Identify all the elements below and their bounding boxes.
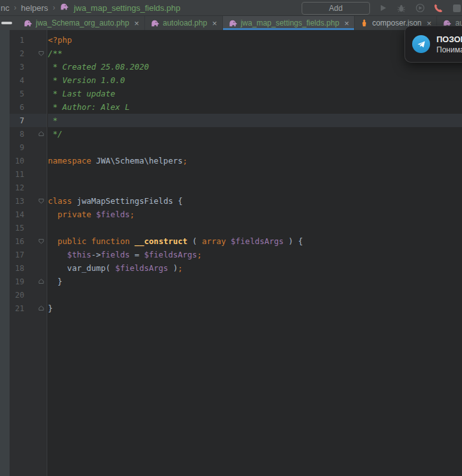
line-number: 12 bbox=[10, 183, 24, 192]
line-number: 4 bbox=[10, 76, 24, 85]
code-line[interactable]: <?php bbox=[48, 33, 462, 47]
tool-window-stripe[interactable] bbox=[0, 30, 10, 476]
code-token: ; bbox=[178, 263, 183, 273]
code-line[interactable]: $this->fields = $fieldsArgs; bbox=[48, 248, 462, 261]
code-line[interactable] bbox=[48, 181, 462, 194]
line-number: 17 bbox=[10, 250, 24, 259]
code-token: ) bbox=[168, 263, 178, 273]
fold-start-icon[interactable] bbox=[38, 197, 45, 204]
code-line[interactable]: /** bbox=[48, 47, 462, 60]
code-line[interactable] bbox=[48, 167, 462, 181]
phone-icon[interactable] bbox=[433, 3, 443, 13]
line-number: 5 bbox=[10, 89, 24, 98]
breadcrumb-item[interactable]: helpers bbox=[21, 3, 49, 13]
php-file-icon bbox=[23, 19, 33, 28]
code-token bbox=[226, 236, 231, 246]
fold-end-icon[interactable] bbox=[38, 278, 45, 285]
line-number: 15 bbox=[10, 224, 24, 233]
line-number: 9 bbox=[10, 143, 24, 152]
code-token: /** bbox=[48, 49, 63, 58]
code-line[interactable]: * Created 25.08.2020 bbox=[48, 60, 462, 73]
partial-toolbar-icon[interactable] bbox=[452, 3, 462, 13]
line-number: 21 bbox=[10, 304, 24, 313]
tab-label: jwa_map_settings_fields.php bbox=[241, 19, 339, 27]
close-icon[interactable]: × bbox=[134, 19, 139, 27]
editor[interactable]: 123456789101112131415161718192021 <?php/… bbox=[0, 30, 462, 476]
add-configuration-button[interactable]: Add Configuration... bbox=[302, 2, 370, 15]
code-line[interactable] bbox=[48, 288, 462, 302]
code-area[interactable]: <?php/** * Created 25.08.2020 * Version … bbox=[48, 30, 462, 476]
fold-end-icon[interactable] bbox=[38, 305, 45, 312]
breadcrumb-item[interactable]: nc bbox=[1, 3, 10, 13]
code-token: private bbox=[58, 210, 91, 219]
close-icon[interactable]: × bbox=[344, 19, 350, 27]
code-token: * Last update bbox=[48, 89, 115, 98]
line-number: 16 bbox=[10, 237, 24, 246]
breadcrumb-file[interactable]: jwa_map_settings_fields.php bbox=[73, 3, 180, 13]
code-line[interactable]: class jwaMapSettingsFields { bbox=[48, 194, 462, 208]
telegram-icon bbox=[412, 35, 430, 53]
code-token: $fieldsArgs bbox=[144, 250, 197, 259]
notification-body: Понима bbox=[436, 45, 462, 54]
code-line[interactable]: namespace JWA\Schema\helpers; bbox=[48, 154, 462, 167]
code-token bbox=[130, 236, 135, 246]
tab-autoload-php[interactable]: autoload.php× bbox=[145, 16, 223, 30]
code-token bbox=[48, 250, 67, 259]
fold-end-icon[interactable] bbox=[38, 130, 45, 137]
debug-icon[interactable] bbox=[396, 3, 406, 13]
code-token: = bbox=[130, 250, 144, 259]
code-line[interactable]: public function __construct ( array $fie… bbox=[48, 234, 462, 248]
line-number: 6 bbox=[10, 103, 24, 112]
line-number: 2 bbox=[10, 49, 24, 58]
code-line[interactable]: */ bbox=[48, 127, 462, 141]
code-token bbox=[86, 236, 91, 246]
code-line[interactable]: private $fields; bbox=[48, 208, 462, 221]
php-file-icon bbox=[150, 19, 160, 28]
php-file-icon bbox=[228, 19, 238, 28]
code-token bbox=[48, 236, 58, 246]
code-line[interactable]: * bbox=[48, 114, 462, 127]
line-number: 8 bbox=[10, 130, 24, 139]
code-token: $fieldsArgs bbox=[115, 263, 168, 273]
code-token: $fields bbox=[96, 210, 130, 219]
code-token: $fieldsArgs bbox=[231, 236, 284, 246]
close-icon[interactable]: × bbox=[212, 19, 217, 27]
tool-window-handle-icon[interactable] bbox=[1, 22, 12, 24]
code-token: array bbox=[202, 236, 226, 246]
code-line[interactable]: * Version 1.0.0 bbox=[48, 73, 462, 87]
tab-jwa-schema-org-auto-php[interactable]: jwa_Schema_org_auto.php× bbox=[18, 16, 145, 30]
code-line[interactable]: var_dump( $fieldsArgs ); bbox=[48, 261, 462, 275]
notification-title: ПОЗОР bbox=[436, 35, 462, 44]
run-with-coverage-icon[interactable] bbox=[415, 3, 425, 13]
code-token: function bbox=[91, 236, 130, 246]
run-icon[interactable] bbox=[378, 3, 388, 13]
code-line[interactable] bbox=[48, 141, 462, 154]
run-toolbar: Add Configuration... bbox=[302, 0, 462, 16]
tab-label: autoload.php bbox=[163, 19, 207, 27]
code-token: -> bbox=[91, 250, 101, 259]
code-token: * Author: Alex L bbox=[48, 102, 130, 112]
code-token: ; bbox=[197, 250, 202, 259]
tab-jwa-map-settings-fields-php[interactable]: jwa_map_settings_fields.php× bbox=[223, 16, 355, 30]
code-token: jwaMapSettingsFields { bbox=[72, 196, 183, 206]
fold-start-icon[interactable] bbox=[38, 238, 45, 245]
code-token: JWA\Schema\helpers bbox=[91, 156, 183, 165]
code-token: var_dump( bbox=[48, 263, 115, 273]
code-line[interactable]: * Last update bbox=[48, 87, 462, 100]
fold-start-icon[interactable] bbox=[38, 50, 45, 57]
line-number: 18 bbox=[10, 264, 24, 273]
code-token: ; bbox=[183, 156, 188, 165]
code-line[interactable]: } bbox=[48, 275, 462, 288]
tab-label: jwa_Schema_org_auto.php bbox=[36, 19, 129, 27]
code-line[interactable]: } bbox=[48, 302, 462, 315]
code-token: __construct bbox=[135, 236, 188, 246]
code-token: * Version 1.0.0 bbox=[48, 75, 125, 85]
code-token: * Created 25.08.2020 bbox=[48, 62, 149, 72]
code-line[interactable]: * Author: Alex L bbox=[48, 100, 462, 114]
code-token: * bbox=[48, 116, 58, 125]
code-token: ( bbox=[187, 236, 202, 246]
notification-toast[interactable]: ПОЗОР Понима bbox=[404, 26, 462, 63]
line-number: 20 bbox=[10, 291, 24, 300]
code-token: ) { bbox=[284, 236, 303, 246]
code-line[interactable] bbox=[48, 221, 462, 234]
